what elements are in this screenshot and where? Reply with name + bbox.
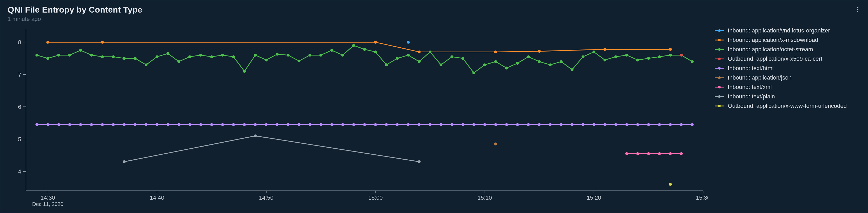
y-axis-tick-label: 8 xyxy=(18,39,21,45)
chart-series-point xyxy=(451,123,454,126)
chart-series-point xyxy=(647,123,650,126)
legend-swatch xyxy=(715,29,724,32)
chart-series-point xyxy=(35,54,38,57)
chart-series-point xyxy=(254,123,257,126)
legend-item[interactable]: Inbound: application/x-msdownload xyxy=(715,36,862,44)
chart-series-line xyxy=(124,136,419,162)
x-axis-tick-label: 15:20 xyxy=(587,194,601,201)
chart-series-point xyxy=(101,41,104,44)
legend-swatch xyxy=(715,48,724,51)
chart-series-point xyxy=(319,54,322,57)
panel-header: QNI File Entropy by Content Type 1 minut… xyxy=(8,5,862,23)
chart-series-point xyxy=(46,57,49,60)
chart-series-point xyxy=(658,55,661,58)
y-axis-tick-label: 6 xyxy=(18,104,21,110)
chart-series-point xyxy=(505,123,508,126)
chart-series-point xyxy=(505,67,508,70)
chart-series-point xyxy=(123,123,126,126)
legend-item[interactable]: Inbound: text/html xyxy=(715,64,862,72)
legend-item[interactable]: Inbound: application/json xyxy=(715,74,862,82)
chart-series-point xyxy=(352,44,355,47)
chart-series-point xyxy=(57,123,60,126)
chart-series-point xyxy=(134,57,136,60)
chart-series-point xyxy=(363,123,366,126)
more-vertical-icon xyxy=(857,6,859,13)
chart-series-point xyxy=(265,123,268,126)
chart-series-point xyxy=(538,123,541,126)
legend-item[interactable]: Outbound: application/x-x509-ca-cert xyxy=(715,55,862,63)
legend-item[interactable]: Outbound: application/x-www-form-urlenco… xyxy=(715,102,862,110)
legend-label: Inbound: text/xml xyxy=(728,84,772,91)
chart-series-point xyxy=(287,123,289,126)
x-axis-tick-label: 15:10 xyxy=(477,194,492,201)
chart-series-point xyxy=(582,123,584,126)
chart-series-point xyxy=(134,123,136,126)
chart-series-point xyxy=(156,55,159,58)
panel-timestamp: 1 minute ago xyxy=(8,16,862,23)
legend-item[interactable]: Inbound: text/plain xyxy=(715,93,862,101)
chart-series-point xyxy=(494,50,497,54)
chart-series-point xyxy=(232,55,235,58)
chart-series-point xyxy=(418,160,421,163)
chart-series-point xyxy=(429,123,432,126)
legend-swatch xyxy=(715,105,724,107)
chart-series-point xyxy=(658,152,661,155)
chart-series-point xyxy=(429,50,432,54)
chart-series-point xyxy=(287,54,289,57)
y-axis-tick-label: 7 xyxy=(18,71,21,78)
chart-series-point xyxy=(123,57,126,60)
chart-series-point xyxy=(79,49,82,52)
x-axis-date-label: Dec 11, 2020 xyxy=(32,201,63,207)
chart-series-point xyxy=(658,123,661,126)
chart-series-point xyxy=(462,57,464,60)
chart-series-point xyxy=(494,143,497,145)
chart-series-point xyxy=(418,50,421,54)
chart-series-point xyxy=(46,123,49,126)
chart-series-point xyxy=(669,54,672,57)
chart-series-point xyxy=(614,123,617,126)
chart-series-point xyxy=(603,123,606,126)
legend-item[interactable]: Inbound: application/vnd.lotus-organizer xyxy=(715,27,862,35)
legend-swatch xyxy=(715,76,724,79)
chart-series-point xyxy=(112,55,115,58)
svg-point-0 xyxy=(857,7,859,8)
panel-menu-button[interactable] xyxy=(854,5,862,14)
legend-item[interactable]: Inbound: application/octet-stream xyxy=(715,45,862,54)
chart-series-point xyxy=(341,123,344,126)
panel-body: 4567814:3014:4014:5015:0015:1015:2015:30… xyxy=(8,25,862,208)
legend-label: Inbound: text/plain xyxy=(728,93,775,100)
chart-series-point xyxy=(210,123,213,126)
chart-series-point xyxy=(243,123,246,126)
chart-series-point xyxy=(407,41,410,44)
chart-series-point xyxy=(472,123,475,126)
chart-series-point xyxy=(418,60,421,63)
chart-series-point xyxy=(276,53,279,56)
chart-series-point xyxy=(680,54,683,57)
chart-series-point xyxy=(243,70,246,73)
chart-series-point xyxy=(570,68,574,71)
chart-series-point xyxy=(451,55,454,58)
chart-series-point xyxy=(298,123,300,126)
chart-plot-area[interactable]: 4567814:3014:4014:5015:0015:1015:2015:30… xyxy=(8,25,708,208)
chart-series-point xyxy=(385,123,388,126)
chart-series-point xyxy=(614,55,617,58)
chart-series-point xyxy=(549,63,552,66)
legend-label: Inbound: application/json xyxy=(728,74,792,81)
chart-series-point xyxy=(276,123,279,126)
panel-title: QNI File Entropy by Content Type xyxy=(8,5,862,15)
legend-item[interactable]: Inbound: text/xml xyxy=(715,83,862,91)
chart-series-point xyxy=(494,60,497,63)
chart-series-point xyxy=(483,123,486,126)
chart-series-point xyxy=(330,49,333,52)
chart-series-point xyxy=(582,55,584,58)
chart-series-point xyxy=(298,60,300,62)
chart-series-point xyxy=(341,54,344,57)
chart-series-point xyxy=(669,123,672,126)
chart-series-point xyxy=(199,54,202,57)
chart-series-point xyxy=(462,123,464,126)
y-axis-tick-label: 4 xyxy=(18,168,21,175)
chart-series-point xyxy=(210,55,213,58)
chart-series-point xyxy=(188,55,191,58)
chart-series-point xyxy=(385,63,388,66)
chart-series-point xyxy=(374,123,377,126)
